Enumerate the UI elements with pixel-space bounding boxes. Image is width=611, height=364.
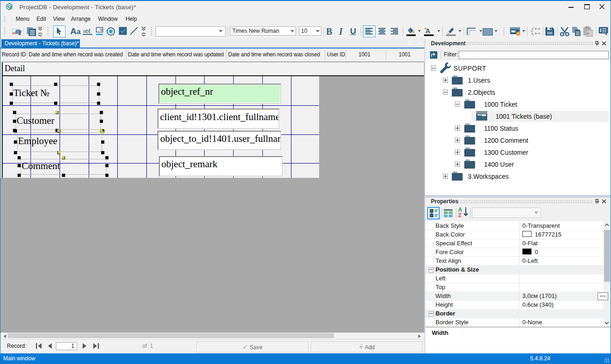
svg-text:ab: ab (83, 28, 89, 34)
